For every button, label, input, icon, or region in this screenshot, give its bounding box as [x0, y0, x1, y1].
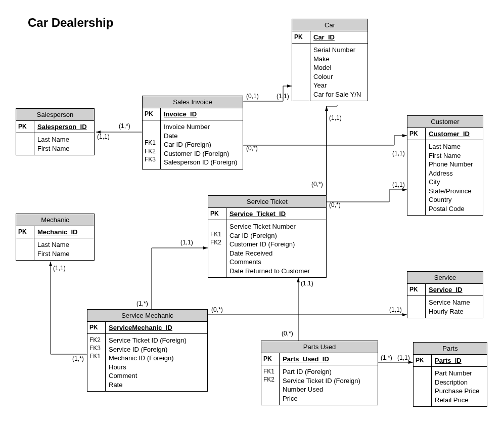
- attr: Last Name: [37, 135, 91, 144]
- attr: Invoice Number: [164, 122, 240, 132]
- pk-label: PK: [208, 208, 226, 220]
- attr: Service Ticket ID (Foreign): [109, 336, 204, 345]
- entity-salesperson: Salesperson PK Salesperson_ID Last Name …: [16, 108, 95, 155]
- fk-label: FK3: [89, 344, 103, 352]
- fk-label: FK1: [89, 352, 103, 360]
- pk-label: PK: [407, 128, 426, 140]
- entity-mechanic: Mechanic PK Mechanic_ID Last Name First …: [16, 214, 95, 261]
- pk-field: Customer_ID: [426, 128, 483, 140]
- cardinality: (1,1): [392, 181, 405, 188]
- entity-header: Salesperson: [16, 109, 94, 121]
- cardinality: (0,*): [211, 306, 223, 313]
- attr: First Name: [429, 151, 480, 160]
- attr: Service Ticket Number: [230, 222, 323, 231]
- cardinality: (1,1): [301, 280, 313, 287]
- fk-label: FK1: [263, 367, 277, 375]
- cardinality: (0,*): [282, 330, 293, 337]
- entity-header: Customer: [407, 116, 483, 128]
- pk-field: Mechanic_ID: [34, 226, 94, 238]
- cardinality: (1,1): [397, 354, 410, 361]
- attr: Phone Number: [429, 160, 480, 169]
- attr: Colour: [313, 72, 364, 81]
- attr: Make: [313, 55, 364, 64]
- cardinality: (1,*): [381, 354, 392, 361]
- fk-label: FK2: [210, 238, 224, 246]
- pk-label: PK: [407, 284, 426, 296]
- attr: Date: [164, 132, 240, 141]
- attr: Postal Code: [429, 204, 480, 214]
- cardinality: (1,1): [329, 114, 342, 121]
- attr: Country: [429, 195, 480, 204]
- attr: Hourly Rate: [429, 307, 480, 316]
- entity-customer: Customer PK Customer_ID Last Name First …: [407, 115, 483, 216]
- cardinality: (1,1): [389, 306, 402, 313]
- entity-header: Service Ticket: [208, 196, 326, 208]
- attr: Customer ID (Foreign): [230, 240, 323, 249]
- pk-field: Salesperson_ID: [34, 121, 94, 133]
- attr: First Name: [37, 144, 91, 153]
- pk-field: ServiceMechanic_ID: [106, 322, 207, 333]
- attr: Year: [313, 81, 364, 90]
- attr: Purchase Price: [435, 387, 484, 396]
- fk-label: FK3: [145, 155, 158, 163]
- cardinality: (0,1): [246, 93, 259, 100]
- attr: Last Name: [37, 240, 91, 249]
- attr: Salesperson ID (Foreign): [164, 158, 240, 167]
- fk-label: FK2: [89, 336, 103, 344]
- attr: Service Ticket ID (Foreign): [283, 376, 375, 386]
- attr: Retail Price: [435, 396, 484, 405]
- attr: City: [429, 178, 480, 187]
- attr: Customer ID (Foreign): [164, 149, 240, 158]
- pk-field: Service_Ticket_ID: [226, 208, 326, 220]
- attr: Car ID (Foreign): [164, 140, 240, 149]
- pk-label: PK: [87, 322, 106, 333]
- attr: State/Province: [429, 187, 480, 196]
- cardinality: (1,1): [180, 239, 193, 246]
- entity-service-ticket: Service Ticket PK Service_Ticket_ID FK1 …: [208, 195, 327, 278]
- attr: Mechanic ID (Foreign): [109, 354, 204, 363]
- entity-car: Car PK Car_ID Serial Number Make Model C…: [292, 19, 368, 101]
- pk-label: PK: [16, 226, 34, 238]
- pk-label: PK: [261, 353, 280, 365]
- pk-field: Parts_Used_ID: [280, 353, 378, 365]
- pk-field: Car_ID: [310, 31, 368, 43]
- attr: Last Name: [429, 142, 480, 151]
- attr: Car for Sale Y/N: [313, 90, 364, 99]
- cardinality: (1,1): [53, 265, 66, 272]
- diagram-title: Car Dealership: [28, 16, 113, 30]
- attr: Price: [283, 394, 375, 403]
- fk-label: FK2: [263, 375, 277, 384]
- cardinality: (1,1): [277, 93, 289, 100]
- entity-service: Service PK Service_ID Service Name Hourl…: [407, 271, 483, 318]
- attr: Rate: [109, 381, 204, 390]
- fk-label: FK2: [145, 147, 158, 155]
- entity-header: Sales Invoice: [143, 96, 243, 108]
- cardinality: (0,*): [246, 145, 258, 152]
- pk-label: PK: [16, 121, 34, 133]
- attr: Comments: [230, 258, 323, 267]
- pk-field: Invoice_ID: [161, 108, 243, 120]
- attr: Serial Number: [313, 46, 364, 55]
- entity-header: Mechanic: [16, 214, 94, 226]
- fk-label: FK1: [145, 139, 158, 147]
- entity-header: Car: [292, 19, 368, 31]
- cardinality: (1,*): [136, 300, 148, 307]
- attr: Model: [313, 63, 364, 72]
- entity-header: Parts Used: [261, 341, 378, 353]
- attr: Date Returned to Customer: [230, 267, 323, 276]
- attr: First Name: [37, 249, 91, 259]
- attr: Number Used: [283, 385, 375, 394]
- attr: Service ID (Foreign): [109, 345, 204, 354]
- cardinality: (1,1): [392, 150, 405, 157]
- pk-label: PK: [414, 355, 432, 366]
- pk-field: Service_ID: [426, 284, 483, 296]
- attr: Car ID (Foreign): [230, 231, 323, 240]
- cardinality: (1,*): [119, 122, 130, 130]
- attr: Date Received: [230, 249, 323, 258]
- cardinality: (1,*): [72, 355, 84, 362]
- entity-header: Parts: [414, 343, 487, 355]
- pk-field: Parts_ID: [432, 355, 487, 366]
- attr: Description: [435, 378, 484, 387]
- attr: Part Number: [435, 369, 484, 378]
- entity-header: Service: [407, 272, 483, 284]
